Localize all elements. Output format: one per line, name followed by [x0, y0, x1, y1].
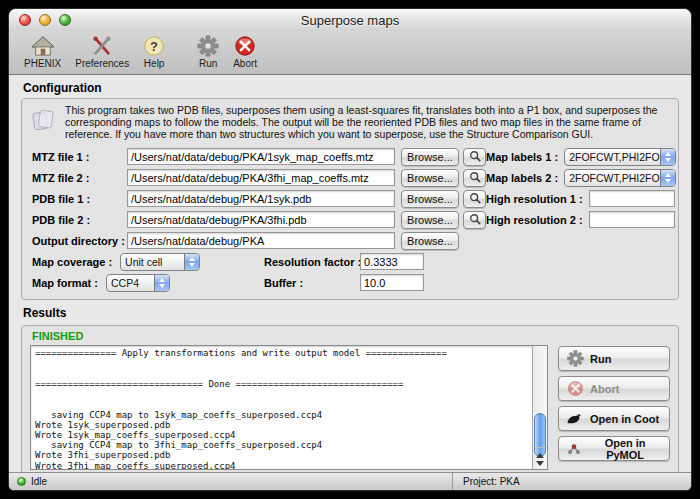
- mtz-file-2-input[interactable]: [127, 169, 395, 186]
- combo-value: Unit cell: [121, 254, 184, 270]
- console-area: =============== Apply transformations an…: [30, 345, 548, 470]
- toolbar-label: Help: [144, 58, 165, 69]
- status-left: Idle: [9, 476, 452, 487]
- magnifier-icon: [469, 192, 481, 206]
- magnifier-icon: [469, 213, 481, 227]
- toolbar-phenix-button[interactable]: PHENIX: [17, 33, 68, 70]
- console-scrollbar[interactable]: [532, 346, 547, 469]
- pdb-file-2-row: PDB file 2 : Browse... High resolution 2…: [30, 209, 670, 230]
- abort-button[interactable]: Abort: [558, 376, 670, 401]
- pdb-file-1-label: PDB file 1 :: [32, 193, 127, 205]
- pdb-file-2-input[interactable]: [127, 211, 395, 228]
- coot-bird-icon: [566, 411, 584, 426]
- map-format-row: Map format : CCP4 Buffer :: [30, 272, 670, 293]
- button-label: Run: [590, 353, 611, 365]
- map-labels-2-label: Map labels 2 :: [486, 172, 558, 184]
- status-bar: Idle Project: PKA: [9, 472, 691, 490]
- pdb-file-2-label: PDB file 2 :: [32, 214, 127, 226]
- mtz-file-1-browse-button[interactable]: Browse...: [401, 148, 459, 166]
- map-coverage-label: Map coverage :: [32, 256, 112, 268]
- toolbar-label: Run: [199, 58, 217, 69]
- toolbar-preferences-button[interactable]: Preferences: [68, 33, 136, 70]
- pdb-file-2-browse-button[interactable]: Browse...: [401, 211, 459, 229]
- status-badge: FINISHED: [32, 330, 670, 342]
- mtz-file-1-row: MTZ file 1 : Browse... Map labels 1 : 2F…: [30, 146, 670, 167]
- superpose-maps-icon: [32, 105, 56, 140]
- svg-text:?: ?: [150, 39, 158, 54]
- output-directory-row: Output directory : Browse...: [30, 230, 670, 251]
- output-directory-label: Output directory :: [32, 235, 127, 247]
- pymol-molecule-icon: [566, 442, 582, 456]
- gear-icon: [197, 34, 219, 58]
- map-labels-1-combo[interactable]: 2FOFCWT,PHI2FOF...: [564, 148, 676, 166]
- window-title: Superpose maps: [9, 13, 691, 28]
- pdb-file-1-row: PDB file 1 : Browse... High resolution 1…: [30, 188, 670, 209]
- titlebar[interactable]: Superpose maps: [9, 9, 691, 31]
- toolbar-abort-button[interactable]: Abort: [226, 33, 264, 70]
- app-window: Superpose maps PHENIX: [8, 8, 692, 491]
- program-description: This program takes two PDB files, superp…: [30, 104, 670, 146]
- pdb-file-1-input[interactable]: [127, 190, 395, 207]
- high-resolution-1-label: High resolution 1 :: [486, 193, 583, 205]
- home-icon: [31, 34, 55, 58]
- results-panel: FINISHED =============== Apply transform…: [21, 325, 679, 472]
- mtz-file-1-input[interactable]: [127, 148, 395, 165]
- combo-value: 2FOFCWT,PHI2FOF...: [565, 149, 660, 165]
- combo-stepper-icon: [184, 254, 199, 270]
- button-label: Abort: [590, 383, 619, 395]
- pdb-file-1-browse-button[interactable]: Browse...: [401, 190, 459, 208]
- map-format-label: Map format :: [32, 277, 98, 289]
- results-section-title: Results: [23, 306, 679, 320]
- toolbar-label: Abort: [233, 58, 257, 69]
- magnifier-icon: [469, 171, 481, 185]
- output-directory-input[interactable]: [127, 232, 395, 249]
- resolution-factor-label: Resolution factor :: [264, 256, 360, 268]
- results-buttons: Run Abort: [558, 345, 670, 470]
- combo-stepper-icon: [154, 275, 169, 291]
- button-label: Open in PyMOL: [588, 437, 662, 461]
- map-coverage-row: Map coverage : Unit cell Resolution fact…: [30, 251, 670, 272]
- project-label: Project: PKA: [463, 476, 520, 487]
- map-coverage-group: Map coverage : Unit cell: [32, 253, 236, 271]
- status-right: Project: PKA: [453, 476, 691, 487]
- toolbar-label: PHENIX: [24, 58, 61, 69]
- output-directory-browse-button[interactable]: Browse...: [401, 232, 459, 250]
- pdb-file-1-inspect-button[interactable]: [463, 190, 486, 208]
- mtz-file-2-label: MTZ file 2 :: [32, 172, 127, 184]
- toolbar-label: Preferences: [75, 58, 129, 69]
- scrollbar-arrows: [533, 447, 547, 469]
- gear-icon: [566, 350, 584, 367]
- mtz-file-1-inspect-button[interactable]: [463, 148, 486, 166]
- high-resolution-2-input[interactable]: [589, 211, 675, 228]
- window-content: Configuration This program takes two PDB…: [9, 75, 691, 472]
- mtz-file-2-row: MTZ file 2 : Browse... Map labels 2 : 2F…: [30, 167, 670, 188]
- buffer-label: Buffer :: [264, 277, 360, 289]
- high-resolution-1-input[interactable]: [589, 190, 675, 207]
- combo-stepper-icon: [660, 170, 675, 186]
- status-indicator-icon: [17, 477, 26, 486]
- map-labels-2-combo[interactable]: 2FOFCWT,PHI2FOF...: [564, 169, 676, 187]
- scroll-down-button[interactable]: [536, 461, 544, 466]
- map-coverage-select[interactable]: Unit cell: [120, 253, 200, 271]
- status-text: Idle: [31, 476, 47, 487]
- buffer-input[interactable]: [360, 274, 424, 291]
- mtz-file-2-inspect-button[interactable]: [463, 169, 486, 187]
- toolbar-run-button[interactable]: Run: [190, 33, 226, 70]
- mtz-file-2-browse-button[interactable]: Browse...: [401, 169, 459, 187]
- pdb-file-2-inspect-button[interactable]: [463, 211, 486, 229]
- combo-value: 2FOFCWT,PHI2FOF...: [565, 170, 660, 186]
- tools-icon: [91, 34, 113, 58]
- toolbar-help-button[interactable]: ? Help: [136, 33, 172, 70]
- abort-icon: [234, 34, 256, 58]
- open-in-coot-button[interactable]: Open in Coot: [558, 406, 670, 431]
- configuration-panel: This program takes two PDB files, superp…: [21, 98, 679, 300]
- magnifier-icon: [469, 150, 481, 164]
- abort-icon: [566, 380, 584, 397]
- resolution-factor-input[interactable]: [360, 253, 424, 270]
- combo-stepper-icon: [660, 149, 675, 165]
- run-button[interactable]: Run: [558, 346, 670, 371]
- combo-value: CCP4: [107, 275, 154, 291]
- scroll-up-button[interactable]: [536, 453, 544, 458]
- map-format-select[interactable]: CCP4: [106, 274, 170, 292]
- open-in-pymol-button[interactable]: Open in PyMOL: [558, 436, 670, 461]
